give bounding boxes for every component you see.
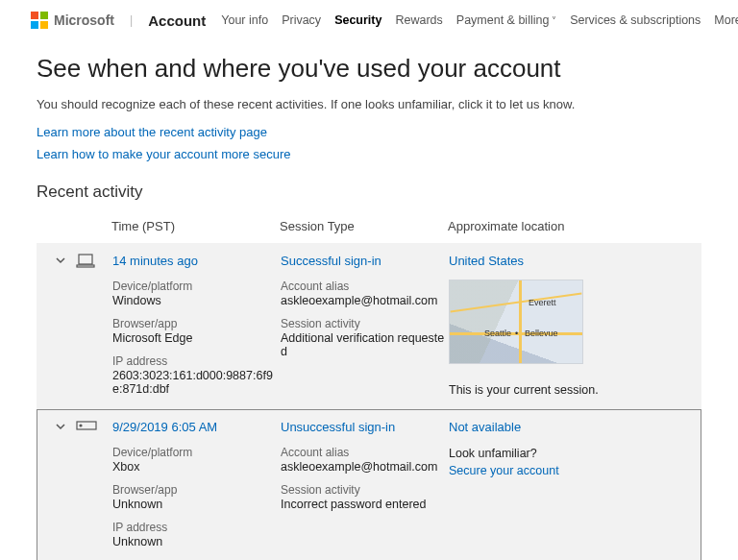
value-activity: Additional verification requested (281, 331, 449, 358)
label-alias: Account alias (281, 446, 449, 459)
value-device: Windows (112, 294, 281, 307)
header-bar: Microsoft | Account Your info Privacy Se… (0, 0, 738, 38)
col-time: Time (PST) (111, 219, 280, 233)
microsoft-word: Microsoft (54, 12, 114, 28)
chevron-down-icon[interactable] (55, 421, 66, 432)
label-browser: Browser/app (112, 483, 281, 497)
microsoft-logo[interactable]: Microsoft (31, 12, 114, 29)
activity-row: 9/29/2019 6:05 AM Unsuccessful sign-in N… (37, 409, 701, 560)
header-divider: | (130, 13, 133, 27)
svg-rect-4 (79, 255, 92, 264)
activity-row: 14 minutes ago Successful sign-in United… (37, 243, 701, 409)
current-session-label: This is your current session. (449, 383, 701, 397)
link-learn-secure[interactable]: Learn how to make your account more secu… (37, 147, 290, 161)
page-subtitle: You should recognize each of these recen… (37, 97, 701, 111)
activity-summary[interactable]: 14 minutes ago Successful sign-in United… (37, 244, 701, 278)
nav-rewards[interactable]: Rewards (395, 13, 442, 27)
map-thumbnail: Everett Seattle Bellevue • (449, 280, 583, 364)
value-alias: askleoexample@hotmail.com (281, 460, 449, 474)
label-ip: IP address (112, 354, 281, 368)
value-activity: Incorrect password entered (281, 498, 449, 511)
col-session: Session Type (280, 219, 448, 233)
label-alias: Account alias (281, 280, 449, 293)
label-activity: Session activity (281, 483, 449, 497)
value-ip: Unknown (112, 535, 281, 548)
column-headers: Time (PST) Session Type Approximate loca… (37, 211, 701, 243)
nav-payment[interactable]: Payment & billing (456, 13, 556, 27)
col-location: Approximate location (448, 219, 701, 233)
activity-location[interactable]: Not available (449, 420, 701, 434)
value-device: Xbox (112, 460, 281, 474)
link-learn-activity[interactable]: Learn more about the recent activity pag… (37, 125, 267, 139)
map-label-bellevue: Bellevue (525, 329, 558, 338)
secure-account-link[interactable]: Secure your account (449, 464, 701, 477)
svg-rect-5 (77, 265, 94, 267)
page-title: See when and where you've used your acco… (37, 54, 701, 84)
activity-session[interactable]: Successful sign-in (281, 254, 449, 268)
nav-your-info[interactable]: Your info (221, 13, 268, 27)
label-device: Device/platform (112, 446, 281, 459)
nav-more[interactable]: More (714, 13, 738, 27)
activity-location[interactable]: United States (449, 254, 701, 268)
activity-session[interactable]: Unsuccessful sign-in (281, 420, 449, 434)
activity-detail: Device/platform Windows Browser/app Micr… (37, 278, 701, 408)
nav-privacy[interactable]: Privacy (282, 13, 321, 27)
console-icon (76, 420, 93, 433)
activity-detail: Device/platform Xbox Browser/app Unknown… (37, 444, 701, 560)
nav-security[interactable]: Security (334, 13, 381, 27)
map-label-everett: Everett (529, 298, 556, 307)
section-title: Recent activity (37, 183, 701, 202)
value-ip: 2603:3023:161:d000:9887:6f9e:871d:dbf (112, 369, 281, 396)
look-unfamiliar-label: Look unfamiliar? (449, 447, 701, 460)
primary-nav: Your info Privacy Security Rewards Payme… (221, 13, 738, 27)
activity-summary[interactable]: 9/29/2019 6:05 AM Unsuccessful sign-in N… (37, 410, 701, 444)
value-browser: Unknown (112, 498, 281, 511)
label-device: Device/platform (112, 280, 281, 293)
main-content: See when and where you've used your acco… (0, 38, 738, 560)
label-ip: IP address (112, 521, 281, 534)
label-browser: Browser/app (112, 317, 281, 330)
nav-services[interactable]: Services & subscriptions (570, 13, 701, 27)
svg-point-7 (80, 425, 82, 426)
chevron-down-icon[interactable] (55, 255, 66, 266)
pc-icon (76, 254, 93, 267)
activity-time[interactable]: 14 minutes ago (112, 254, 281, 268)
microsoft-icon (31, 12, 48, 29)
value-browser: Microsoft Edge (112, 331, 281, 345)
map-label-seattle: Seattle (484, 329, 511, 338)
activity-time[interactable]: 9/29/2019 6:05 AM (112, 420, 281, 434)
brand-account[interactable]: Account (148, 12, 206, 29)
label-activity: Session activity (281, 317, 449, 330)
value-alias: askleoexample@hotmail.com (281, 294, 449, 307)
